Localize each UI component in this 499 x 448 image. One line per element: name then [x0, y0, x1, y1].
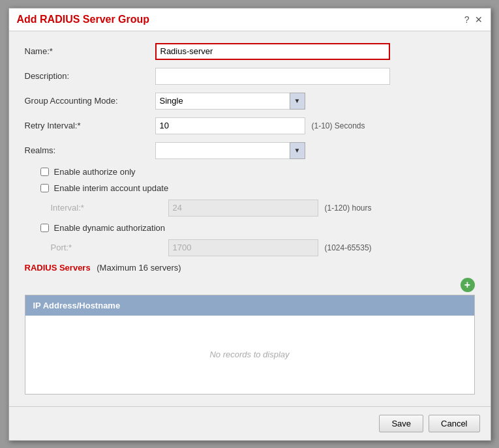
servers-table: IP Address/Hostname No records to displa…	[25, 295, 475, 395]
interim-update-label[interactable]: Enable interim account update	[54, 183, 169, 193]
authorize-only-row: Enable authorize only	[25, 167, 475, 177]
dialog-title: Add RADIUS Server Group	[17, 14, 150, 25]
dynamic-auth-label[interactable]: Enable dynamic authorization	[54, 223, 166, 233]
retry-interval-row: Retry Interval:* (1-10) Seconds	[25, 117, 475, 134]
authorize-only-checkbox[interactable]	[40, 168, 49, 176]
realms-select[interactable]	[155, 142, 305, 159]
group-accounting-select-wrapper: Single Multiple ▼	[155, 93, 305, 110]
authorize-only-label[interactable]: Enable authorize only	[54, 167, 136, 177]
cancel-button[interactable]: Cancel	[429, 415, 479, 432]
port-input	[168, 239, 318, 256]
add-icon: +	[461, 278, 475, 292]
add-radius-dialog: Add RADIUS Server Group ? ✕ Name:* Descr…	[8, 8, 491, 441]
realms-select-wrapper: ▼	[155, 142, 305, 159]
name-row: Name:*	[25, 43, 475, 60]
group-accounting-row: Group Accounting Mode: Single Multiple ▼	[25, 93, 475, 110]
realms-row: Realms: ▼	[25, 142, 475, 159]
interval-hint: (1-120) hours	[325, 203, 372, 213]
dynamic-auth-row: Enable dynamic authorization	[25, 223, 475, 233]
table-header: IP Address/Hostname	[25, 295, 474, 316]
radius-servers-hint: (Maximum 16 servers)	[97, 263, 181, 273]
add-server-button[interactable]: +	[461, 278, 475, 292]
port-row: Port:* (1024-65535)	[25, 239, 475, 256]
interim-update-checkbox[interactable]	[40, 184, 49, 192]
save-button[interactable]: Save	[379, 415, 423, 432]
help-icon[interactable]: ?	[464, 14, 470, 25]
group-accounting-select[interactable]: Single Multiple	[155, 93, 305, 110]
add-button-row: +	[25, 278, 475, 292]
titlebar-icons: ? ✕	[464, 14, 483, 25]
interval-label: Interval:*	[51, 203, 168, 213]
retry-interval-input[interactable]	[155, 117, 305, 134]
retry-interval-label: Retry Interval:*	[25, 121, 155, 130]
retry-interval-hint: (1-10) Seconds	[312, 121, 365, 130]
dynamic-auth-checkbox[interactable]	[40, 224, 49, 232]
description-input[interactable]	[155, 68, 390, 85]
dialog-titlebar: Add RADIUS Server Group ? ✕	[9, 8, 491, 31]
realms-label: Realms:	[25, 145, 155, 155]
radius-servers-label: RADIUS Servers	[25, 263, 91, 273]
interval-input	[168, 200, 318, 217]
interim-update-row: Enable interim account update	[25, 183, 475, 193]
table-empty-message: No records to display	[25, 316, 474, 394]
description-label: Description:	[25, 71, 155, 81]
radius-servers-header: RADIUS Servers (Maximum 16 servers)	[25, 263, 475, 273]
name-label: Name:*	[25, 46, 155, 56]
port-hint: (1024-65535)	[325, 243, 372, 252]
description-row: Description:	[25, 68, 475, 85]
port-label: Port:*	[51, 243, 168, 252]
group-accounting-label: Group Accounting Mode:	[25, 96, 155, 106]
dialog-content: Name:* Description: Group Accounting Mod…	[9, 31, 491, 406]
interval-row: Interval:* (1-120) hours	[25, 200, 475, 217]
dialog-footer: Save Cancel	[9, 406, 491, 440]
close-icon[interactable]: ✕	[475, 14, 483, 25]
name-input[interactable]	[155, 43, 390, 60]
